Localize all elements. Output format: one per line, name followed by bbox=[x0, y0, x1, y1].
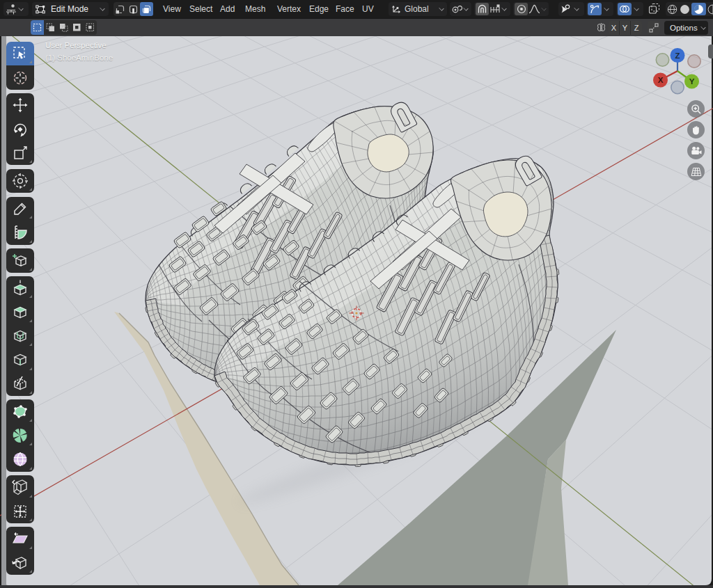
svg-text:X: X bbox=[658, 76, 664, 84]
svg-text:Y: Y bbox=[689, 77, 695, 86]
svg-text:Z: Z bbox=[675, 51, 680, 60]
